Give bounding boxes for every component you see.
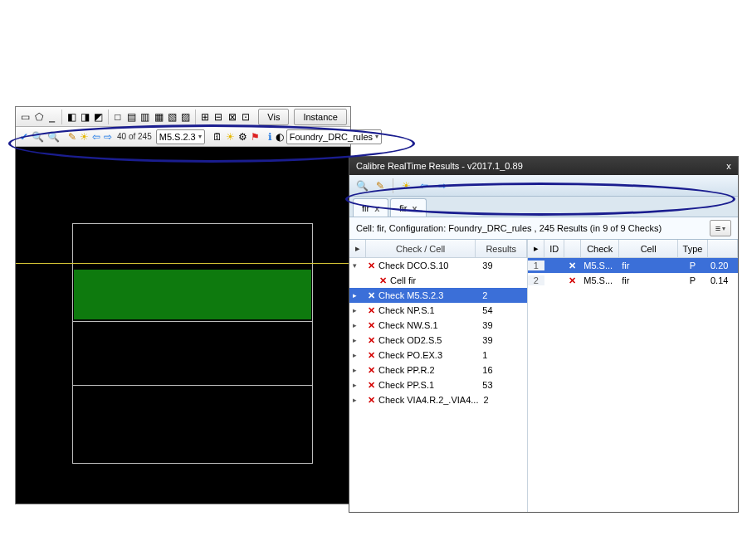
check-row[interactable]: ▸✕Check NW.S.139 (349, 318, 527, 333)
check-name: Check OD2.S.5 (378, 335, 442, 345)
check-row[interactable]: ▸✕Check PP.S.153 (349, 377, 527, 392)
results-toolbar: 🔍 ✎ ☀ ⇦ ⇨ (349, 175, 738, 197)
error-x-icon: ✕ (366, 335, 376, 346)
detail-value: 0.14 (708, 275, 738, 285)
detail-cell: fir (619, 275, 678, 285)
row-toggle-header[interactable]: ▸ (528, 240, 544, 257)
next-arrow-icon[interactable]: ⇨ (435, 178, 450, 193)
tool-icon[interactable]: ▥ (139, 110, 151, 124)
check-row-first: ▸✕Check NW.S.1 (349, 320, 477, 331)
checks-panel: ▸ Check / Cell Results ▾✕Check DCO.S.103… (349, 240, 528, 512)
highlight-icon[interactable]: ☀ (79, 129, 90, 144)
check-row[interactable]: ▸✕Check PO.EX.31 (349, 348, 527, 363)
expand-toggle-icon[interactable]: ▸ (353, 321, 361, 329)
check-icon[interactable]: ✔ (19, 129, 29, 144)
help-icon[interactable]: ℹ (267, 129, 273, 144)
check-row[interactable]: ▸✕Check VIA4.R.2_.VIA4...2 (349, 392, 527, 407)
tool-icon[interactable]: □ (112, 110, 124, 124)
tool-icon[interactable]: ▦ (153, 110, 164, 124)
prev-arrow-icon[interactable]: ⇦ (417, 178, 432, 193)
tool-icon[interactable]: ⊠ (227, 110, 238, 124)
brush-icon[interactable]: ✎ (67, 129, 77, 144)
gear-icon[interactable]: ⚙ (237, 129, 248, 144)
expand-toggle-icon[interactable]: ▸ (353, 351, 361, 359)
check-row[interactable]: ▸✕Check NP.S.154 (349, 303, 527, 318)
expand-toggle-icon[interactable]: ▸ (353, 291, 361, 299)
expand-toggle-icon[interactable]: ▸ (353, 336, 361, 344)
calendar-icon[interactable]: 🗓 (212, 129, 223, 144)
magnify-icon[interactable]: 🔍 (31, 129, 45, 144)
details-list[interactable]: 1✕M5.S...firP0.202✕M5.S...firP0.14 (528, 258, 738, 512)
separator (108, 110, 109, 124)
error-x-icon: ✕ (366, 365, 376, 376)
check-row[interactable]: ▸✕Check OD2.S.539 (349, 333, 527, 348)
prev-arrow-icon[interactable]: ⇦ (91, 129, 101, 144)
tool-icon[interactable]: ▤ (125, 110, 137, 124)
column-header-status[interactable] (564, 240, 581, 257)
detail-row[interactable]: 2✕M5.S...firP0.14 (528, 273, 738, 288)
expand-toggle-icon[interactable]: ▸ (353, 396, 361, 404)
checks-tree[interactable]: ▾✕Check DCO.S.1039✕Cell fir▸✕Check M5.S.… (349, 258, 527, 512)
column-header-type[interactable]: Type (678, 240, 708, 257)
vis-button[interactable]: Vis (258, 109, 289, 125)
check-row[interactable]: ▸✕Check M5.S.2.32 (349, 288, 527, 303)
expand-toggle-icon[interactable]: ▸ (353, 366, 361, 374)
layout-canvas[interactable] (16, 147, 350, 504)
chevron-down-icon: ▾ (198, 133, 202, 140)
detail-row[interactable]: 1✕M5.S...firP0.20 (528, 258, 738, 273)
magnify-icon[interactable]: 🔍 (46, 129, 61, 144)
tab-cell[interactable]: fir x (353, 198, 388, 217)
highlight-icon[interactable]: ☀ (398, 178, 413, 193)
results-body: ▸ Check / Cell Results ▾✕Check DCO.S.103… (349, 240, 738, 512)
error-x-icon: ✕ (366, 261, 376, 271)
tool-icon[interactable]: ▧ (166, 110, 178, 124)
check-row-first: ▸✕Check NP.S.1 (349, 305, 477, 316)
tab-cell[interactable]: fir x (390, 198, 426, 217)
close-icon[interactable]: x (374, 203, 379, 213)
column-header-check[interactable]: Check (581, 240, 619, 257)
expand-toggle-icon[interactable]: ▾ (353, 261, 361, 270)
options-button[interactable]: ≡ ▾ (710, 220, 731, 236)
config-select[interactable]: Foundry_DRC_rules ▾ (286, 129, 382, 144)
expand-toggle-icon[interactable]: ▸ (353, 381, 361, 389)
menu-icon: ≡ (715, 223, 720, 233)
check-count: 39 (477, 261, 527, 270)
error-x-icon: ✕ (564, 275, 581, 286)
polygon-icon[interactable]: ⬠ (32, 110, 44, 124)
column-header-results[interactable]: Results (476, 240, 527, 257)
tool-icon[interactable]: ◩ (93, 110, 105, 124)
check-row-first: ▸✕Check PP.R.2 (349, 365, 477, 376)
column-header-cell[interactable]: Cell (619, 240, 678, 257)
rule-select[interactable]: M5.S.2.3 ▾ (156, 129, 205, 144)
tool-icon[interactable]: ◨ (79, 110, 90, 124)
flag-icon[interactable]: ⚑ (250, 129, 261, 144)
check-name: Check PP.R.2 (378, 365, 435, 375)
tool-icon[interactable]: ◧ (66, 110, 77, 124)
column-header-id[interactable]: ID (544, 240, 564, 257)
magnify-icon[interactable]: 🔍 (354, 178, 369, 193)
check-name: Check VIA4.R.2_.VIA4... (378, 395, 478, 405)
instance-tab[interactable]: Instance (294, 109, 347, 125)
brush-icon[interactable]: ✎ (373, 178, 388, 193)
new-rect-icon[interactable]: ▭ (19, 110, 31, 124)
error-x-icon: ✕ (366, 290, 376, 301)
tool-icon[interactable]: ◐ (275, 129, 285, 144)
column-header-check[interactable]: Check / Cell (366, 240, 476, 257)
close-icon[interactable]: x (412, 203, 417, 213)
check-row[interactable]: ✕Cell fir (349, 273, 527, 288)
results-titlebar[interactable]: Calibre RealTime Results - v2017.1_0.89 … (349, 157, 738, 175)
path-icon[interactable]: ⎯ (46, 110, 58, 124)
close-icon[interactable]: x (720, 157, 738, 175)
column-header-value[interactable] (708, 240, 738, 257)
tool-icon[interactable]: ⊟ (212, 110, 224, 124)
expand-toggle-icon[interactable]: ▸ (353, 306, 361, 314)
tool-icon[interactable]: ▨ (180, 110, 192, 124)
next-arrow-icon[interactable]: ⇨ (103, 129, 113, 144)
tree-toggle-header[interactable]: ▸ (349, 240, 366, 257)
check-row[interactable]: ▾✕Check DCO.S.1039 (349, 258, 527, 273)
separator (61, 110, 62, 124)
check-row[interactable]: ▸✕Check PP.R.216 (349, 363, 527, 377)
tool-icon[interactable]: ⊡ (240, 110, 251, 124)
highlight-icon[interactable]: ☀ (225, 129, 236, 144)
tool-icon[interactable]: ⊞ (199, 110, 211, 124)
